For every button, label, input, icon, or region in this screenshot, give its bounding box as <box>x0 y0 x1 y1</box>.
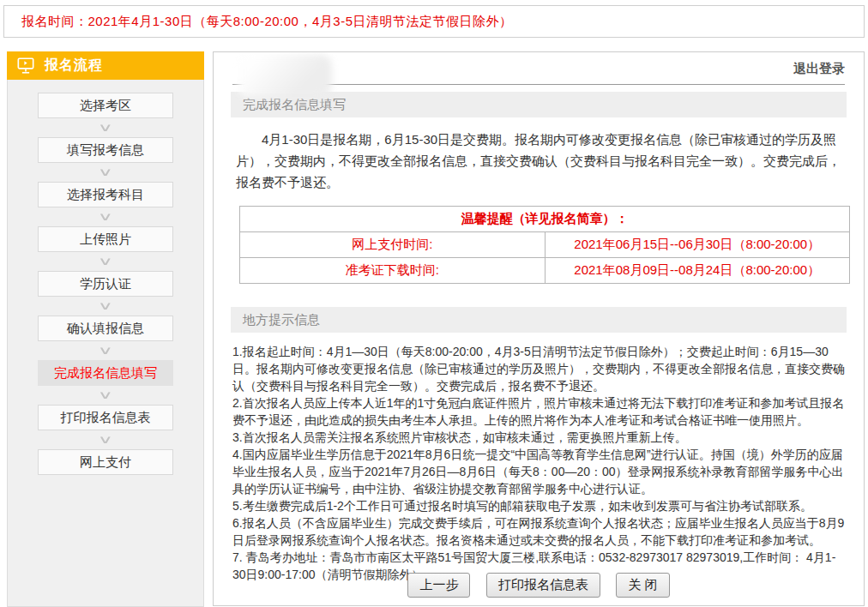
sidebar-step-confirm-info[interactable]: 确认填报信息 <box>38 316 173 341</box>
notice-item-5: 5.考生缴费完成后1-2个工作日可通过报名时填写的邮箱获取电子发票，如未收到发票… <box>232 497 845 514</box>
sidebar-step-online-payment[interactable]: 网上支付 <box>38 449 173 475</box>
print-form-button[interactable]: 打印报名信息表 <box>486 573 600 598</box>
sidebar-step-select-exam-area[interactable]: 选择考区 <box>38 93 173 118</box>
sidebar-step-upload-photo[interactable]: 上传照片 <box>38 226 173 252</box>
logout-link[interactable]: 退出登录 <box>793 61 845 77</box>
sidebar-header: 报名流程 <box>7 51 204 80</box>
reminder-table-title: 温馨提醒（详见报名简章）： <box>240 207 850 232</box>
chevron-down-icon: ∨ <box>98 252 113 271</box>
sidebar-title: 报名流程 <box>45 57 103 75</box>
chevron-down-icon: ∨ <box>98 386 113 405</box>
chevron-down-icon: ∨ <box>98 207 113 226</box>
sidebar-step-education-verify[interactable]: 学历认证 <box>38 271 173 297</box>
table-row: 网上支付时间: 2021年06月15日--06月30日（8:00-20:00） <box>240 232 850 258</box>
table-row: 准考证下载时间: 2021年08月09日--08月24日（8:00-20:00） <box>240 258 850 284</box>
chevron-down-icon: ∨ <box>98 163 113 182</box>
registration-time-text: 报名时间：2021年4月1-30日（每天8:00-20:00，4月3-5日清明节… <box>21 14 512 30</box>
sidebar-steps: 选择考区 ∨ 填写报考信息 ∨ 选择报考科目 ∨ 上传照片 ∨ 学历认证 ∨ 确… <box>7 80 204 607</box>
intro-paragraph: 4月1-30日是报名期，6月15-30日是交费期。报名期内可修改变更报名信息（除… <box>236 129 841 193</box>
section-title-local-notice: 地方提示信息 <box>231 307 847 333</box>
registration-time-banner: 报名时间：2021年4月1-30日（每天8:00-20:00，4月3-5日清明节… <box>3 5 865 38</box>
notice-item-4: 4.国内应届毕业生学历信息于2021年8月6日统一提交“中国高等教育学生信息网”… <box>232 446 845 497</box>
redacted-username <box>238 54 332 97</box>
payment-time-label: 网上支付时间: <box>240 232 546 258</box>
chevron-down-icon: ∨ <box>98 341 113 360</box>
main-panel: 退出登录 完成报名信息填写 4月1-30日是报名期，6月15-30日是交费期。报… <box>213 51 865 606</box>
previous-step-button[interactable]: 上一步 <box>407 573 470 598</box>
chevron-down-icon: ∨ <box>98 118 113 137</box>
notice-item-3: 3.首次报名人员需关注报名系统照片审核状态，如审核未通过，需更换照片重新上传。 <box>232 429 845 446</box>
notice-item-6: 6.报名人员（不含应届毕业生）完成交费手续后，可在网报系统查询个人报名状态；应届… <box>232 514 845 549</box>
notice-item-2: 2.首次报名人员应上传本人近1年的1寸免冠白底证件照片，照片审核未通过将无法下载… <box>232 394 845 429</box>
sidebar-step-complete-info-active[interactable]: 完成报名信息填写 <box>38 360 173 386</box>
notice-item-1: 1.报名起止时间：4月1—30日（每天8:00-20:00，4月3-5日清明节法… <box>232 343 845 394</box>
monitor-icon <box>15 57 36 75</box>
chevron-down-icon: ∨ <box>98 430 113 449</box>
sidebar-step-fill-info[interactable]: 填写报考信息 <box>38 137 173 163</box>
close-button[interactable]: 关 闭 <box>616 573 669 598</box>
chevron-down-icon: ∨ <box>98 297 113 316</box>
admission-ticket-time-value: 2021年08月09日--08月24日（8:00-20:00） <box>545 258 850 284</box>
payment-time-value: 2021年06月15日--06月30日（8:00-20:00） <box>545 232 850 258</box>
main-header: 退出登录 <box>231 52 847 84</box>
admission-ticket-time-label: 准考证下载时间: <box>240 258 546 284</box>
action-button-row: 上一步 打印报名信息表 关 闭 <box>214 573 864 598</box>
local-notice-list: 1.报名起止时间：4月1—30日（每天8:00-20:00，4月3-5日清明节法… <box>232 343 845 583</box>
sidebar-step-select-subjects[interactable]: 选择报考科目 <box>38 182 173 207</box>
sidebar-step-print-form[interactable]: 打印报名信息表 <box>38 405 173 430</box>
reminder-table-header-row: 温馨提醒（详见报名简章）： <box>240 207 850 232</box>
reminder-table: 温馨提醒（详见报名简章）： 网上支付时间: 2021年06月15日--06月30… <box>239 206 850 284</box>
sidebar: 报名流程 选择考区 ∨ 填写报考信息 ∨ 选择报考科目 ∨ 上传照片 ∨ 学历认… <box>7 51 204 607</box>
